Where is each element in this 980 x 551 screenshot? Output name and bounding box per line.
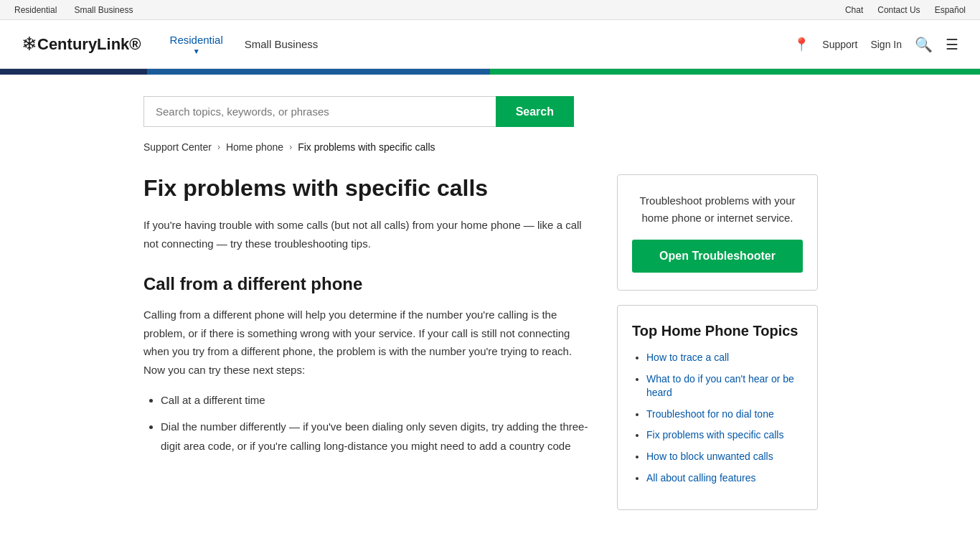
sidebar: Troubleshoot problems with your home pho… [617, 174, 818, 524]
topic-link-trace[interactable]: How to trace a call [646, 352, 729, 363]
search-input[interactable] [143, 96, 496, 127]
search-icon[interactable]: 🔍 [915, 36, 933, 53]
utility-espanol-link[interactable]: Español [935, 5, 966, 15]
utility-bar: Residential Small Business Chat Contact … [0, 0, 980, 20]
list-item: Troubleshoot for no dial tone [646, 408, 803, 422]
breadcrumb-current: Fix problems with specific calls [298, 141, 435, 153]
color-bar-light [490, 69, 980, 75]
color-bar [0, 69, 980, 75]
topic-link-cant-hear[interactable]: What to do if you can't hear or be heard [646, 373, 794, 399]
breadcrumb-support-center[interactable]: Support Center [143, 141, 212, 153]
utility-residential-link[interactable]: Residential [14, 5, 57, 15]
topics-list: How to trace a call What to do if you ca… [632, 351, 803, 485]
breadcrumb: Support Center › Home phone › Fix proble… [0, 134, 980, 160]
topics-title: Top Home Phone Topics [632, 323, 803, 339]
section1-body: Calling from a different phone will help… [143, 306, 588, 379]
search-button[interactable]: Search [496, 96, 574, 127]
nav-residential-link[interactable]: Residential ▼ [170, 34, 223, 55]
nav-small-business-link[interactable]: Small Business [245, 38, 319, 50]
main-nav: ❄ CenturyLink® Residential ▼ Small Busin… [0, 20, 980, 69]
topic-link-calling-features[interactable]: All about calling features [646, 472, 756, 484]
topic-link-dial-tone[interactable]: Troubleshoot for no dial tone [646, 408, 774, 420]
troubleshooter-description: Troubleshoot problems with your home pho… [632, 192, 803, 227]
breadcrumb-separator-1: › [217, 142, 220, 152]
location-icon[interactable]: 📍 [793, 37, 809, 52]
logo-text: CenturyLink® [37, 35, 141, 54]
article-title: Fix problems with specific calls [143, 174, 588, 202]
utility-bar-left: Residential Small Business [14, 5, 133, 15]
topic-link-specific-calls[interactable]: Fix problems with specific calls [646, 429, 783, 441]
list-item: How to block unwanted calls [646, 450, 803, 464]
list-item: How to trace a call [646, 351, 803, 365]
breadcrumb-home-phone[interactable]: Home phone [226, 141, 283, 153]
utility-bar-right: Chat Contact Us Español [845, 5, 966, 15]
chevron-down-icon: ▼ [193, 47, 200, 55]
list-item: All about calling features [646, 471, 803, 486]
content-layout: Fix problems with specific calls If you'… [0, 160, 980, 551]
open-troubleshooter-button[interactable]: Open Troubleshooter [632, 240, 803, 273]
bullet-list: Call at a different time Dial the number… [143, 390, 588, 456]
list-item: Call at a different time [161, 390, 588, 410]
logo-snowflake-icon: ❄ [22, 33, 37, 55]
list-item: What to do if you can't hear or be heard [646, 372, 803, 400]
nav-support-link[interactable]: Support [822, 39, 857, 50]
search-container: Search [143, 96, 574, 127]
breadcrumb-separator-2: › [289, 142, 292, 152]
search-section: Search [0, 75, 980, 134]
logo-area: ❄ CenturyLink® [22, 33, 141, 55]
nav-links: Residential ▼ Small Business [170, 34, 794, 55]
list-item: Dial the number differently — if you've … [161, 417, 588, 456]
article-content: Fix problems with specific calls If you'… [143, 174, 588, 524]
article-intro: If you're having trouble with some calls… [143, 216, 588, 253]
topic-link-block-calls[interactable]: How to block unwanted calls [646, 451, 773, 462]
troubleshooter-card: Troubleshoot problems with your home pho… [617, 174, 818, 291]
section1-title: Call from a different phone [143, 274, 588, 294]
utility-chat-link[interactable]: Chat [845, 5, 863, 15]
utility-contact-link[interactable]: Contact Us [877, 5, 920, 15]
color-bar-dark [0, 69, 147, 75]
menu-icon[interactable]: ☰ [946, 36, 958, 53]
nav-signin-link[interactable]: Sign In [870, 39, 902, 50]
color-bar-medium [147, 69, 490, 75]
nav-right: 📍 Support Sign In 🔍 ☰ [793, 36, 958, 53]
list-item: Fix problems with specific calls [646, 428, 803, 443]
utility-small-business-link[interactable]: Small Business [74, 5, 133, 15]
topics-card: Top Home Phone Topics How to trace a cal… [617, 305, 818, 510]
